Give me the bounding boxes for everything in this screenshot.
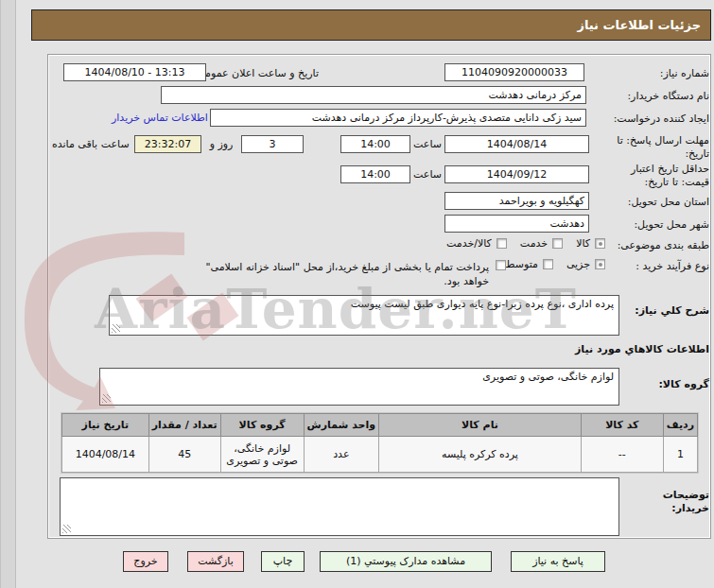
remaining-hours-label: ساعت باقی مانده — [52, 138, 132, 151]
resize-handle-icon[interactable] — [112, 324, 120, 333]
price-validity-hour-label: ساعت — [413, 168, 442, 182]
buyer-org-label: نام دستگاه خریدار: — [586, 90, 709, 103]
cell-need-date: 1404/08/14 — [62, 437, 149, 473]
classification-radio-group: کالا خدمت کالا/خدمت — [433, 237, 605, 250]
col-goods-name: نام کالا — [379, 414, 582, 437]
need-details-page: { "title": "جزئیات اطلاعات نیاز", "water… — [0, 0, 714, 588]
announce-datetime-label: تاریخ و ساعت اعلان عمومی: — [210, 67, 319, 80]
process-type-radio-group: جزیی متوسط — [492, 258, 605, 270]
need-description-text: پرده اداری ،نوع پرده زبرا-نوع پایه دیوار… — [351, 298, 614, 310]
remaining-time-field: 23:32:07 — [134, 135, 201, 153]
col-quantity: تعداد / مقدار — [148, 414, 220, 437]
goods-group-text: لوازم خانگی، صوتی و تصویری — [482, 371, 614, 383]
view-attached-documents-button[interactable]: مشاهده مدارک پیوستي (1) — [320, 551, 492, 572]
delivery-province-field[interactable]: کهگیلویه و بویراحمد — [444, 192, 589, 210]
col-goods-code: کد کالا — [581, 414, 663, 437]
cell-unit: عدد — [304, 437, 379, 473]
classification-option-service[interactable]: خدمت — [520, 237, 563, 250]
price-validity-label: حداقل تاریخ اعتبار قیمت: تا تاریخ: — [601, 163, 709, 189]
col-goods-group: گروه کالا — [220, 414, 304, 437]
radio-label: کالا — [576, 237, 590, 250]
buyer-org-field[interactable]: مرکز درمانی دهدشت — [161, 86, 586, 104]
radio-icon[interactable] — [543, 259, 553, 269]
buyer-contact-link[interactable]: اطلاعات تماس خریدار — [112, 112, 208, 124]
need-description-label: شرح کلي نیاز: — [619, 304, 709, 318]
classification-label: طبقه بندی موضوعی: — [591, 239, 709, 252]
need-number-label: شماره نیاز: — [596, 67, 709, 80]
goods-group-textarea[interactable]: لوازم خانگی، صوتی و تصویری — [99, 368, 619, 406]
request-creator-label: ایجاد کننده درخواست: — [586, 112, 709, 126]
reply-deadline-label: مهلت ارسال پاسخ: تا تاریخ: — [594, 134, 709, 161]
request-creator-field[interactable]: سید زکی دانایی متصدی پذیرش-کارپرداز مرکز… — [210, 109, 586, 127]
delivery-city-label: شهر محل تحویل: — [591, 218, 709, 232]
page-title: جزئیات اطلاعات نیاز — [31, 9, 711, 41]
cell-goods-name: پرده کرکره پلیسه — [379, 437, 582, 473]
need-description-textarea[interactable]: پرده اداری ،نوع پرده زبرا-نوع پایه دیوار… — [109, 295, 619, 336]
treasury-payment-note: پرداخت تمام یا بخشی از مبلغ خرید،از محل … — [177, 260, 489, 288]
radio-label: متوسط — [505, 258, 538, 270]
classification-option-goods-service[interactable]: کالا/خدمت — [446, 237, 507, 250]
announce-datetime-field[interactable]: 1404/08/10 - 13:13 — [63, 63, 206, 81]
process-option-medium[interactable]: متوسط — [505, 258, 553, 270]
table-row: 1 -- پرده کرکره پلیسه عدد لوازم خانگی، ص… — [62, 437, 698, 473]
delivery-city-field[interactable]: دهدشت — [444, 215, 589, 233]
radio-icon[interactable] — [552, 238, 563, 249]
print-button[interactable]: چاپ — [261, 551, 305, 572]
goods-section-title: اطلاعات کالاهاي مورد نیاز — [539, 343, 709, 356]
col-unit: واحد شمارش — [304, 414, 379, 437]
goods-group-label: گروه کالا: — [634, 378, 709, 391]
goods-table-header-row: ردیف کد کالا نام کالا واحد شمارش گروه کا… — [62, 414, 698, 437]
col-need-date: تاریخ نیاز — [62, 414, 149, 437]
process-type-label: نوع فرآیند خرید : — [591, 260, 709, 273]
price-validity-date-field[interactable]: 1404/09/12 — [444, 165, 589, 183]
reply-deadline-date-field[interactable]: 1404/08/14 — [444, 135, 589, 153]
radio-label: جزیی — [566, 258, 590, 270]
buyer-notes-textarea[interactable] — [60, 477, 619, 536]
radio-label: خدمت — [520, 237, 548, 250]
process-option-partial[interactable]: جزیی — [566, 258, 605, 270]
buyer-notes-label: توضیحات خریدار: — [651, 489, 709, 515]
classification-option-goods[interactable]: کالا — [576, 237, 605, 250]
col-row-number: ردیف — [663, 414, 697, 437]
radio-icon[interactable] — [595, 238, 605, 249]
cell-goods-code: -- — [581, 437, 663, 473]
reply-deadline-hour-label: ساعت — [413, 138, 442, 151]
reply-deadline-time-field[interactable]: 14:00 — [340, 135, 410, 153]
goods-table: ردیف کد کالا نام کالا واحد شمارش گروه کا… — [61, 413, 698, 473]
delivery-province-label: استان محل تحویل: — [591, 196, 709, 209]
resize-handle-icon[interactable] — [62, 525, 71, 533]
respond-to-need-button[interactable]: پاسخ به نیاز — [511, 551, 605, 572]
radio-icon[interactable] — [496, 238, 507, 249]
remaining-days-field: 3 — [241, 135, 304, 153]
need-number-field[interactable]: 1104090920000033 — [444, 63, 584, 81]
resize-handle-icon[interactable] — [102, 394, 111, 403]
back-button[interactable]: بازگشت — [187, 551, 244, 572]
window-edge — [0, 0, 16, 588]
checkbox-icon[interactable] — [496, 260, 506, 270]
remaining-days-label: روز و — [204, 138, 238, 151]
cell-row-number: 1 — [663, 437, 697, 473]
cell-goods-group: لوازم خانگی، صوتی و تصویری — [220, 437, 304, 473]
cell-quantity: 45 — [148, 437, 220, 473]
radio-icon[interactable] — [595, 259, 605, 269]
exit-button[interactable]: خروج — [123, 551, 168, 572]
price-validity-time-field[interactable]: 14:00 — [340, 165, 410, 183]
radio-label: کالا/خدمت — [446, 237, 492, 250]
